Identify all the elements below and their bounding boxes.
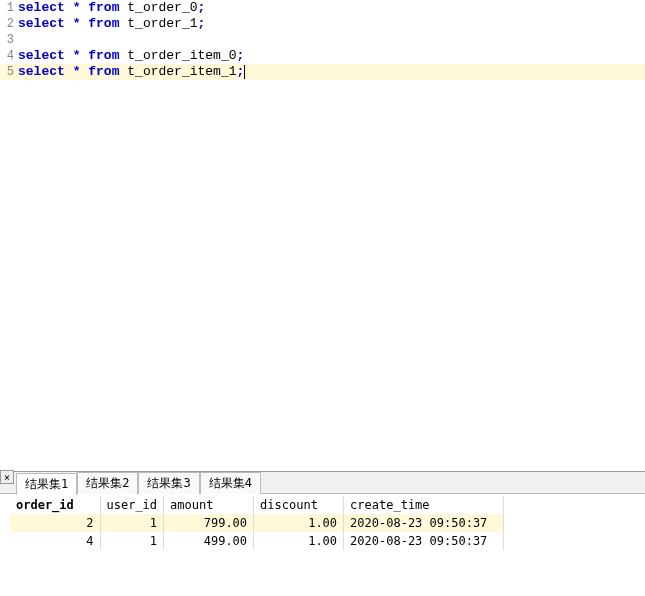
code-token: t_order_item_0 <box>127 48 236 63</box>
code-token: select <box>18 48 65 63</box>
code-token <box>65 48 73 63</box>
code-token: ; <box>198 16 206 31</box>
column-header[interactable]: amount <box>164 496 254 514</box>
code-token: select <box>18 64 65 79</box>
code-token: from <box>88 0 119 15</box>
code-token: ; <box>237 64 245 79</box>
result-tab-4[interactable]: 结果集4 <box>200 472 261 494</box>
code-content[interactable]: select * from t_order_0; <box>18 0 645 16</box>
code-content[interactable]: select * from t_order_item_0; <box>18 48 645 64</box>
table-cell[interactable]: 2 <box>10 514 100 532</box>
code-token: t_order_1 <box>127 16 197 31</box>
code-token: ; <box>237 48 245 63</box>
line-number: 5 <box>0 64 18 80</box>
code-token <box>65 0 73 15</box>
code-token <box>65 64 73 79</box>
table-cell[interactable]: 1.00 <box>254 514 344 532</box>
table-cell[interactable]: 1 <box>100 532 164 550</box>
code-line[interactable]: 2select * from t_order_1; <box>0 16 645 32</box>
line-number: 1 <box>0 0 18 16</box>
code-line[interactable]: 4select * from t_order_item_0; <box>0 48 645 64</box>
results-panel: × 结果集1结果集2结果集3结果集4 order_iduser_idamount… <box>0 471 645 596</box>
result-tabs-bar: 结果集1结果集2结果集3结果集4 <box>0 472 645 494</box>
line-number: 2 <box>0 16 18 32</box>
sql-editor[interactable]: 1select * from t_order_0;2select * from … <box>0 0 645 471</box>
code-token: from <box>88 64 119 79</box>
code-token: select <box>18 16 65 31</box>
line-number: 4 <box>0 48 18 64</box>
blank-area <box>0 552 645 596</box>
results-table: order_iduser_idamountdiscountcreate_time… <box>10 496 504 550</box>
code-token <box>65 16 73 31</box>
table-header-row: order_iduser_idamountdiscountcreate_time <box>10 496 504 514</box>
result-tab-2[interactable]: 结果集2 <box>77 472 138 494</box>
result-tab-3[interactable]: 结果集3 <box>138 472 199 494</box>
table-cell[interactable]: 2020-08-23 09:50:37 <box>344 514 504 532</box>
table-cell[interactable]: 4 <box>10 532 100 550</box>
code-content[interactable]: select * from t_order_1; <box>18 16 645 32</box>
table-cell[interactable]: 1 <box>100 514 164 532</box>
code-token: ; <box>198 0 206 15</box>
table-cell[interactable]: 1.00 <box>254 532 344 550</box>
column-header[interactable]: discount <box>254 496 344 514</box>
table-cell[interactable]: 799.00 <box>164 514 254 532</box>
table-row[interactable]: 41499.001.002020-08-23 09:50:37 <box>10 532 504 550</box>
results-table-wrap: order_iduser_idamountdiscountcreate_time… <box>0 494 645 552</box>
column-header[interactable]: create_time <box>344 496 504 514</box>
close-icon[interactable]: × <box>0 470 14 484</box>
line-number: 3 <box>0 32 18 48</box>
code-content[interactable] <box>18 32 645 48</box>
column-header[interactable]: order_id <box>10 496 100 514</box>
code-token: t_order_0 <box>127 0 197 15</box>
code-token: select <box>18 0 65 15</box>
code-token: t_order_item_1 <box>127 64 236 79</box>
table-cell[interactable]: 499.00 <box>164 532 254 550</box>
table-row[interactable]: 21799.001.002020-08-23 09:50:37 <box>10 514 504 532</box>
table-cell[interactable]: 2020-08-23 09:50:37 <box>344 532 504 550</box>
code-line[interactable]: 1select * from t_order_0; <box>0 0 645 16</box>
code-content[interactable]: select * from t_order_item_1; <box>18 64 645 80</box>
text-cursor <box>244 65 245 79</box>
code-token: from <box>88 16 119 31</box>
code-token: from <box>88 48 119 63</box>
column-header[interactable]: user_id <box>100 496 164 514</box>
code-line[interactable]: 5select * from t_order_item_1; <box>0 64 645 80</box>
result-tab-1[interactable]: 结果集1 <box>16 473 77 495</box>
code-line[interactable]: 3 <box>0 32 645 48</box>
